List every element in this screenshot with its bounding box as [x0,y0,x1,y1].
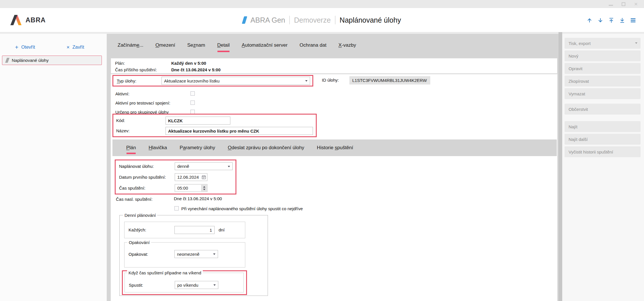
schedule-dropdown[interactable]: denně [175,162,233,170]
close-tab-button[interactable]: × Zavřít [67,45,84,50]
repeat-group: Opakování Opakovat: neomezeně [124,242,245,267]
code-name-highlight-box: Kód: KLCZK Název: Aktualizace kurzovního… [112,114,317,137]
open-button-label: Otevřít [21,45,35,50]
active-checkbox-label: Aktivní: [115,91,129,96]
app-window: { "colors": {"accent_red": "#e24960", "a… [0,0,644,301]
find-next-button[interactable]: Najít další [565,134,641,145]
daily-planning-title: Denní plánování [123,213,157,218]
subtab-odeslat-zpravu[interactable]: Odeslat zprávu po dokončení úlohy [228,145,304,151]
refresh-button[interactable]: Občerstvit [565,104,641,115]
task-id-field: L1STC3FVWUM4RBL31JUW4K2ERW [349,76,430,84]
arrow-to-bottom-icon[interactable] [618,17,626,24]
left-sidebar: + Otevřít × Zavřít Naplánované úlohy [0,34,107,301]
chevron-down-icon [635,42,637,44]
active-test-checkbox-label: Aktivní pro testovací spojení: [115,101,170,105]
clear-history-button[interactable]: Vyčistit historii spuštění [565,146,641,157]
x-icon: × [67,45,70,50]
window-titlebar: × [0,0,644,8]
arrow-to-top-icon[interactable] [608,17,615,24]
tab-detail[interactable]: Detail [217,42,229,48]
plan-label: Plán: [115,60,171,66]
delete-button[interactable]: Vymazat [565,88,641,99]
arrow-down-icon[interactable] [597,17,604,24]
task-type-highlight-box: Typ úlohy: Aktualizace kurzovního lístku [112,75,313,86]
maximize-icon[interactable] [621,2,626,6]
open-button[interactable]: + Otevřít [15,45,35,50]
tab-automatizacni-server[interactable]: Automatizační server [242,42,288,48]
new-button[interactable]: Nový [565,50,641,61]
every-unit-label: dní [219,227,225,232]
breadcrumb-slash-icon [242,16,247,24]
spinner-down-icon[interactable] [203,189,205,190]
weekend-run-dropdown[interactable]: po víkendu [175,281,218,289]
code-label: Kód: [116,118,125,123]
plan-info-panel: Plán: Každý den v 5:00 Čas příštího spuš… [111,58,557,74]
breadcrumb: ABRA Gen Demoverze Naplánované úlohy [0,8,644,32]
breadcrumb-app: ABRA Gen [250,16,285,24]
repeat-group-title: Opakování [127,240,151,245]
weekend-group: Když čas spuštení připadne na víkend Spu… [124,273,244,292]
repeat-label: Opakovat: [129,252,148,257]
first-run-date-input[interactable]: 12.06.2024 [175,173,207,181]
minimize-icon[interactable] [608,2,613,6]
every-label: Každých: [129,227,146,232]
subtab-plan[interactable]: Plán [126,145,136,151]
copy-button[interactable]: Zkopírovat [565,76,641,86]
subtab-parametry-ulohy[interactable]: Parametry úlohy [180,145,215,151]
schedule-value: denně [177,164,189,169]
close-icon[interactable]: × [634,2,638,6]
daily-planning-group: Denní plánování Každých: 1 dní Opakování… [119,215,268,296]
name-input[interactable]: Aktualizace kurzovního lístku pro měnu C… [166,127,313,135]
repeat-dropdown[interactable]: neomezeně [174,250,218,258]
header-nav-icons [586,17,637,24]
detail-subtabs: Plán Hlavička Parametry úlohy Odeslat zp… [112,139,557,156]
subtab-hlavicka[interactable]: Hlavička [149,145,167,151]
subtab-historie-spusteni[interactable]: Historie spuštění [317,145,353,151]
run-time-value: 05:00 [177,186,188,190]
time-spinner[interactable] [201,185,207,191]
find-label: Najít [569,124,577,129]
action-panel: Tisk, export Nový Opravit Zkopírovat Vym… [562,34,644,301]
menu-icon[interactable] [629,17,637,24]
main-tabbar: Začínáme... Omezení Seznam Detail Automa… [118,34,356,57]
tab-x-vazby[interactable]: X-vazby [338,42,356,48]
spinner-up-icon[interactable] [203,186,205,188]
new-label: Nový [569,54,578,58]
task-type-dropdown[interactable]: Aktualizace kurzovního lístku [162,77,310,85]
weekend-run-value: po víkendu [177,283,198,288]
tab-ochrana-dat[interactable]: Ochrana dat [299,42,326,48]
tab-zaciname[interactable]: Začínáme... [118,42,143,48]
page-title: Naplánované úlohy [340,16,401,24]
every-n-days-box: Každých: 1 dní [124,222,245,238]
arrow-up-icon[interactable] [586,17,593,24]
next-scheduled-value: Dne čt 13.06.2024 v 5:00 [174,196,222,201]
edit-button[interactable]: Opravit [565,63,641,74]
task-id-label: ID úlohy: [322,78,339,82]
every-input[interactable]: 1 [174,226,215,234]
missed-run-checkbox-label: Při vynechání naplánovaného spuštění úlo… [181,206,303,211]
calendar-icon[interactable] [201,174,207,180]
group-task-checkbox[interactable] [190,110,195,114]
code-input[interactable]: KLCZK [166,117,230,125]
tab-seznam[interactable]: Seznam [187,42,205,48]
window-controls: × [608,0,638,8]
sidebar-tab-label: Naplánované úlohy [12,58,48,63]
print-export-button[interactable]: Tisk, export [565,38,641,49]
weekend-group-title: Když čas spuštení připadne na víkend [127,270,203,275]
missed-run-checkbox[interactable] [174,206,179,210]
run-time-input[interactable]: 05:00 [175,184,207,192]
find-button[interactable]: Najít [565,121,641,132]
panel-divider[interactable] [559,32,562,301]
clear-history-label: Vyčistit historii spuštění [569,149,613,154]
run-time-label: Čas spuštění: [119,186,145,190]
sidebar-tab-naplanovane-ulohy[interactable]: Naplánované úlohy [2,56,102,65]
next-scheduled-label: Čas nasl. spuštění: [116,197,153,202]
tab-omezeni[interactable]: Omezení [155,42,175,48]
edit-label: Opravit [569,66,582,71]
plus-icon: + [15,45,18,50]
active-test-checkbox[interactable] [190,101,195,105]
refresh-label: Občerstvit [569,107,588,112]
active-checkbox[interactable] [190,91,195,96]
app-header: ABRA ABRA Gen Demoverze Naplánované úloh… [0,8,644,32]
next-run-value: Dne čt 13.06.2024 v 5:00 [171,66,221,73]
